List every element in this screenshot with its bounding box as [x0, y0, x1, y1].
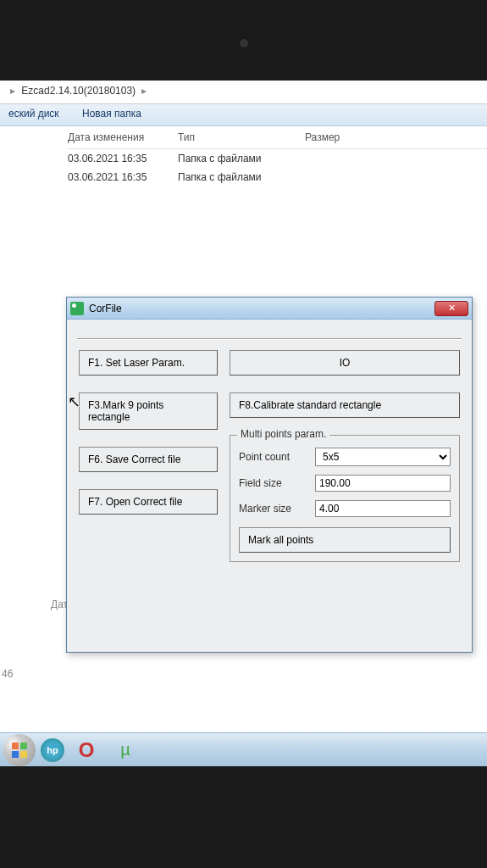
explorer-toolbar: еский диск Новая папка — [0, 104, 487, 126]
f7-open-correct-file-button[interactable]: F7. Open Correct file — [79, 489, 218, 515]
f8-calibrate-button[interactable]: F8.Calibrate standard rectangle — [230, 392, 460, 418]
dialog-titlebar[interactable]: CorFile ✕ — [67, 298, 472, 320]
breadcrumb-segment[interactable]: Ezcad2.14.10(20180103) — [21, 85, 136, 97]
dialog-title: CorFile — [89, 303, 122, 314]
close-icon: ✕ — [448, 303, 456, 313]
file-row[interactable]: 03.06.2021 16:35 Папка с файлами — [68, 168, 487, 186]
point-count-label: Point count — [239, 451, 315, 463]
file-row[interactable]: 03.06.2021 16:35 Папка с файлами — [68, 149, 487, 168]
app-icon[interactable] — [147, 737, 181, 764]
toolbar-item-newfolder[interactable]: Новая папка — [82, 108, 141, 120]
col-size[interactable]: Размер — [305, 131, 390, 143]
hp-icon[interactable]: hp — [41, 738, 64, 762]
mark-all-points-button[interactable]: Mark all points — [239, 527, 451, 553]
col-type[interactable]: Тип — [178, 131, 305, 143]
misc-number: 46 — [2, 668, 13, 680]
field-size-label: Field size — [239, 477, 315, 489]
corfile-dialog: CorFile ✕ F1. Set Laser Param. F3.Mark 9… — [66, 297, 473, 653]
multi-points-group: Multi points param. Point count 5x5 Fiel… — [230, 435, 460, 562]
opera-icon[interactable]: O — [69, 737, 103, 764]
start-button[interactable] — [3, 734, 36, 766]
taskbar: hp O µ — [0, 732, 487, 766]
marker-size-label: Marker size — [239, 503, 315, 515]
breadcrumb[interactable]: ▸ Ezcad2.14.10(20180103) ▸ — [0, 81, 487, 104]
marker-size-input[interactable] — [315, 500, 451, 517]
group-legend: Multi points param. — [237, 428, 329, 440]
cursor-icon: ↖ — [68, 392, 80, 411]
file-list-header: Дата изменения Тип Размер — [68, 126, 487, 149]
col-date[interactable]: Дата изменения — [68, 131, 178, 143]
close-button[interactable]: ✕ — [434, 301, 468, 316]
f3-mark-9-points-button[interactable]: F3.Mark 9 points rectangle — [79, 392, 218, 430]
chevron-right-icon: ▸ — [141, 85, 147, 97]
chevron-right-icon: ▸ — [10, 85, 15, 97]
f1-set-laser-param-button[interactable]: F1. Set Laser Param. — [79, 350, 218, 376]
field-size-input[interactable] — [315, 475, 451, 492]
io-button[interactable]: IO — [230, 350, 460, 376]
utorrent-icon[interactable]: µ — [108, 737, 142, 764]
point-count-select[interactable]: 5x5 — [315, 448, 451, 466]
app-icon — [70, 302, 84, 315]
toolbar-item-disk[interactable]: еский диск — [8, 108, 59, 120]
f6-save-correct-file-button[interactable]: F6. Save Correct file — [79, 447, 218, 472]
